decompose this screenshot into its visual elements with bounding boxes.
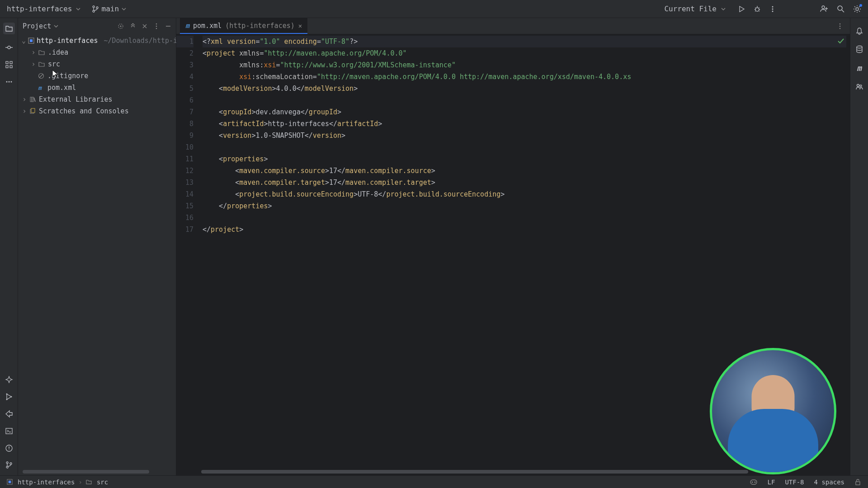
tree-item-label: pom.xml [47, 84, 76, 92]
hide-panel-button[interactable] [165, 23, 171, 29]
navigation-breadcrumb[interactable]: http-interfaces › src [7, 479, 108, 486]
tree-item-label: .gitignore [47, 72, 88, 80]
run-button[interactable] [738, 5, 745, 13]
line-separator-status[interactable]: LF [768, 479, 775, 486]
right-tool-rail: m [850, 18, 868, 475]
tab-context: (http-interfaces) [225, 22, 295, 30]
svg-rect-11 [6, 61, 8, 64]
run-config-label: Current File [664, 5, 717, 13]
svg-rect-46 [750, 480, 757, 484]
chevron-down-icon [721, 7, 726, 11]
services-tool-button[interactable] [5, 393, 13, 401]
tree-item-idea[interactable]: › .idea [18, 47, 176, 58]
horizontal-scrollbar[interactable] [201, 470, 823, 474]
svg-rect-37 [31, 108, 35, 113]
tree-root[interactable]: ⌄ http-interfaces ~/Downloads/http-int [18, 35, 176, 47]
encoding-status[interactable]: UTF-8 [785, 479, 804, 486]
vcs-tool-button[interactable] [5, 461, 13, 469]
editor-tabs: m pom.xml (http-interfaces) ✕ [176, 18, 850, 34]
select-opened-file-button[interactable] [117, 23, 124, 30]
debug-button[interactable] [754, 5, 761, 13]
tree-item-label: src [48, 60, 60, 68]
project-tree[interactable]: ⌄ http-interfaces ~/Downloads/http-int ›… [18, 34, 176, 118]
gutter: 1234567891011121314151617 [176, 34, 199, 475]
collaboration-tool-button[interactable] [855, 83, 863, 91]
tree-item-label: .idea [48, 48, 68, 56]
expand-all-button[interactable] [130, 23, 136, 29]
module-icon [7, 479, 14, 485]
breadcrumb-child: src [97, 479, 108, 486]
svg-point-25 [10, 463, 12, 465]
maven-icon: m [38, 84, 45, 91]
folder-icon [38, 49, 46, 56]
library-icon [29, 96, 37, 103]
svg-point-41 [857, 46, 862, 48]
svg-rect-32 [30, 39, 33, 42]
tree-item-gitignore[interactable]: .gitignore [18, 70, 176, 82]
panel-options-button[interactable] [153, 23, 160, 29]
svg-rect-14 [10, 66, 12, 68]
project-dropdown[interactable]: http-interfaces [7, 5, 80, 13]
problems-tool-button[interactable] [5, 444, 13, 452]
tree-external-libraries[interactable]: › External Libraries [18, 94, 176, 105]
more-actions-button[interactable] [769, 5, 776, 13]
svg-point-23 [6, 462, 8, 464]
run-config-dropdown[interactable]: Current File [664, 5, 726, 13]
svg-rect-35 [32, 97, 33, 102]
tree-item-src[interactable]: › src [18, 58, 176, 70]
svg-point-19 [6, 399, 7, 400]
svg-point-15 [6, 81, 7, 83]
panel-scrollbar[interactable] [23, 470, 149, 474]
code-with-me-button[interactable] [820, 5, 829, 14]
tree-scratches[interactable]: › Scratches and Consoles [18, 105, 176, 117]
status-bar: http-interfaces › src LF UTF-8 4 spaces [0, 475, 868, 488]
structure-tool-button[interactable] [5, 61, 13, 69]
svg-rect-13 [6, 66, 8, 68]
indent-status[interactable]: 4 spaces [814, 479, 844, 486]
settings-button[interactable] [853, 5, 861, 13]
svg-point-16 [8, 81, 9, 83]
ai-tool-button[interactable] [5, 375, 13, 384]
svg-point-8 [838, 6, 842, 10]
module-icon [28, 38, 34, 44]
chevron-right-icon: › [22, 107, 27, 115]
panel-title-dropdown[interactable]: Project [23, 22, 58, 30]
svg-point-28 [156, 23, 157, 24]
breadcrumb-root: http-interfaces [18, 479, 75, 486]
svg-point-6 [772, 10, 774, 12]
inspection-ok-icon[interactable] [837, 38, 844, 46]
close-tab-button[interactable]: ✕ [298, 22, 302, 29]
chevron-down-icon [76, 7, 80, 11]
tab-menu-button[interactable] [830, 18, 850, 34]
svg-point-40 [840, 28, 841, 29]
maven-tool-button[interactable]: m [857, 63, 862, 73]
terminal-tool-button[interactable] [5, 427, 13, 435]
panel-title-label: Project [23, 22, 51, 30]
svg-point-3 [755, 8, 759, 11]
collapse-all-button[interactable] [142, 23, 148, 29]
build-tool-button[interactable] [5, 410, 13, 418]
svg-rect-45 [9, 481, 11, 483]
database-tool-button[interactable] [855, 45, 863, 53]
project-name-label: http-interfaces [7, 5, 72, 13]
webcam-overlay [710, 348, 836, 474]
readonly-toggle-button[interactable] [854, 479, 861, 485]
folder-icon [38, 61, 46, 67]
notifications-button[interactable] [855, 27, 863, 35]
chevron-right-icon: › [78, 479, 82, 486]
tree-root-label: http-interfaces [37, 37, 98, 45]
more-tool-button[interactable] [5, 78, 13, 86]
svg-point-48 [754, 481, 755, 483]
search-button[interactable] [837, 5, 845, 13]
svg-rect-12 [10, 61, 12, 64]
vcs-branch-dropdown[interactable]: main [92, 5, 127, 13]
chevron-right-icon: › [22, 95, 27, 103]
copilot-status-button[interactable] [750, 478, 758, 486]
commit-tool-button[interactable] [5, 43, 13, 52]
chevron-right-icon: › [31, 48, 36, 56]
project-tool-button[interactable] [3, 23, 15, 34]
editor-tab-pom[interactable]: m pom.xml (http-interfaces) ✕ [180, 18, 307, 34]
tree-item-pom[interactable]: m pom.xml [18, 82, 176, 94]
svg-point-27 [120, 25, 122, 27]
chevron-right-icon: › [31, 60, 36, 68]
